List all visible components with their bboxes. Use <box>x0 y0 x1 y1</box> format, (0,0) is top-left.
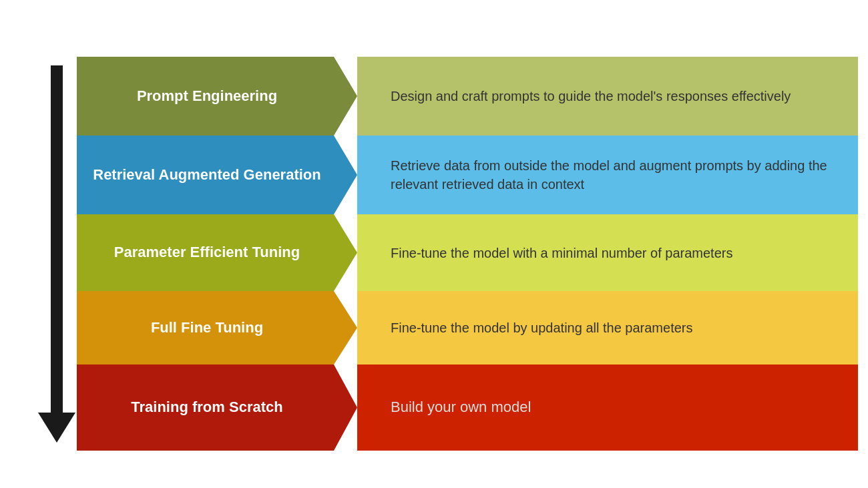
row-full-fine-tuning: Full Fine Tuning Fine-tune the model by … <box>77 291 858 364</box>
label-parameter-efficient: Parameter Efficient Tuning <box>77 214 357 291</box>
label-rag: Retrieval Augmented Generation <box>77 136 357 214</box>
desc-text-parameter-efficient: Fine-tune the model with a minimal numbe… <box>391 244 732 262</box>
desc-text-training-from-scratch: Build your own model <box>391 397 531 418</box>
label-text-prompt-engineering: Prompt Engineering <box>137 87 277 106</box>
desc-text-full-fine-tuning: Fine-tune the model by updating all the … <box>391 318 693 337</box>
row-prompt-engineering: Prompt Engineering Design and craft prom… <box>77 57 858 136</box>
row-parameter-efficient: Parameter Efficient Tuning Fine-tune the… <box>77 214 858 291</box>
label-text-training-from-scratch: Training from Scratch <box>131 398 282 417</box>
label-text-rag: Retrieval Augmented Generation <box>93 166 320 185</box>
label-text-full-fine-tuning: Full Fine Tuning <box>151 318 263 338</box>
label-prompt-engineering: Prompt Engineering <box>77 57 357 136</box>
row-rag: Retrieval Augmented Generation Retrieve … <box>77 136 858 214</box>
label-full-fine-tuning: Full Fine Tuning <box>77 291 357 364</box>
main-container: Prompt Engineering Design and craft prom… <box>40 57 861 451</box>
desc-training-from-scratch: Build your own model <box>357 364 858 451</box>
arrow-head <box>38 413 75 443</box>
desc-rag: Retrieve data from outside the model and… <box>357 136 858 214</box>
label-training-from-scratch: Training from Scratch <box>77 364 357 451</box>
desc-text-prompt-engineering: Design and craft prompts to guide the mo… <box>391 87 791 105</box>
desc-full-fine-tuning: Fine-tune the model by updating all the … <box>357 291 858 364</box>
complexity-arrow <box>40 57 73 451</box>
rows-container: Prompt Engineering Design and craft prom… <box>77 57 858 451</box>
label-text-parameter-efficient: Parameter Efficient Tuning <box>114 243 300 262</box>
arrow-shaft <box>51 65 63 413</box>
desc-parameter-efficient: Fine-tune the model with a minimal numbe… <box>357 214 858 291</box>
row-training-from-scratch: Training from Scratch Build your own mod… <box>77 364 858 451</box>
desc-prompt-engineering: Design and craft prompts to guide the mo… <box>357 57 858 136</box>
desc-text-rag: Retrieve data from outside the model and… <box>391 156 845 194</box>
